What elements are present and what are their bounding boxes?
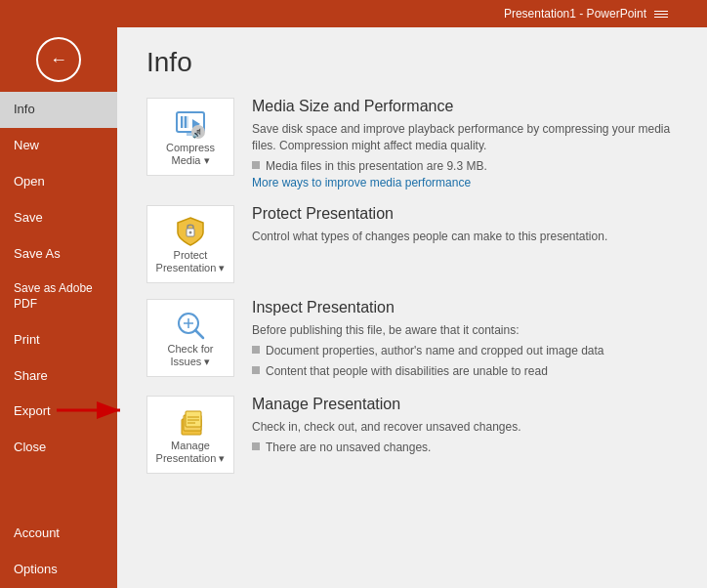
- bullet-icon: [252, 346, 260, 354]
- bullet-icon: [252, 161, 260, 169]
- compress-media-button[interactable]: 🔊 Compress Media ▾: [146, 98, 234, 176]
- inspect-detail-1: Document properties, author's name and c…: [252, 343, 678, 359]
- manage-detail-text: There are no unsaved changes.: [266, 440, 431, 456]
- check-for-issues-button[interactable]: Check for Issues ▾: [146, 299, 234, 377]
- svg-rect-5: [185, 116, 187, 128]
- check-for-issues-label: Check for Issues ▾: [153, 343, 228, 368]
- inspect-card-desc: Before publishing this file, be aware th…: [252, 322, 678, 339]
- sidebar-item-open[interactable]: Open: [0, 164, 117, 200]
- manage-card-title: Manage Presentation: [252, 396, 678, 413]
- sidebar-bottom: Account Options: [0, 516, 117, 588]
- svg-point-12: [189, 231, 192, 234]
- svg-rect-4: [181, 116, 183, 128]
- svg-text:🔊: 🔊: [192, 130, 201, 139]
- sidebar-item-options[interactable]: Options: [0, 552, 117, 588]
- back-icon: ←: [50, 50, 67, 70]
- protect-card-content: Protect Presentation Control what types …: [252, 205, 678, 245]
- inspect-detail-2: Content that people with disabilities ar…: [252, 363, 678, 380]
- sidebar-item-save-as[interactable]: Save As: [0, 236, 117, 273]
- svg-rect-19: [186, 411, 201, 427]
- inspect-card-title: Inspect Presentation: [252, 299, 678, 316]
- inspect-icon: [173, 308, 208, 343]
- media-detail-1: Media files in this presentation are 9.3…: [252, 158, 678, 175]
- protect-card: Protect Presentation ▾ Protect Presentat…: [146, 205, 678, 283]
- manage-presentation-button[interactable]: Manage Presentation ▾: [146, 396, 234, 474]
- manage-icon: [173, 404, 208, 440]
- media-card-title: Media Size and Performance: [252, 98, 678, 115]
- compress-icon: 🔊: [173, 106, 208, 142]
- protect-icon: [173, 214, 208, 249]
- sidebar-item-new[interactable]: New: [0, 128, 117, 164]
- manage-detail-1: There are no unsaved changes.: [252, 440, 678, 456]
- main-content: Info 🔊: [117, 27, 707, 588]
- main-layout: ← Info New Open Save Save As Save as Ado…: [0, 27, 707, 588]
- title-bar: Presentation1 - PowerPoint: [0, 0, 707, 27]
- bullet-icon: [252, 366, 260, 374]
- inspect-card-content: Inspect Presentation Before publishing t…: [252, 299, 678, 379]
- sidebar-item-account[interactable]: Account: [0, 516, 117, 552]
- sidebar-item-close[interactable]: Close: [0, 430, 117, 466]
- protect-card-desc: Control what types of changes people can…: [252, 229, 678, 245]
- compress-media-label: Compress Media ▾: [166, 142, 215, 167]
- protect-card-title: Protect Presentation: [252, 205, 678, 223]
- bullet-icon: [252, 442, 260, 450]
- window-grip: [654, 11, 668, 18]
- manage-presentation-label: Manage Presentation ▾: [153, 440, 228, 465]
- sidebar-item-share[interactable]: Share: [0, 358, 117, 395]
- sidebar: ← Info New Open Save Save As Save as Ado…: [0, 27, 117, 588]
- inspect-card: Check for Issues ▾ Inspect Presentation …: [146, 299, 678, 379]
- manage-card: Manage Presentation ▾ Manage Presentatio…: [146, 396, 678, 474]
- svg-line-14: [195, 330, 203, 338]
- media-card-content: Media Size and Performance Save disk spa…: [252, 98, 678, 189]
- protect-presentation-button[interactable]: Protect Presentation ▾: [146, 205, 234, 283]
- page-title: Info: [146, 47, 678, 78]
- inspect-detail-text-1: Document properties, author's name and c…: [266, 343, 604, 359]
- inspect-detail-text-2: Content that people with disabilities ar…: [266, 363, 548, 380]
- protect-presentation-label: Protect Presentation ▾: [153, 249, 228, 274]
- manage-card-desc: Check in, check out, and recover unsaved…: [252, 419, 678, 436]
- red-arrow-indicator: [57, 396, 135, 429]
- sidebar-item-info[interactable]: Info: [0, 92, 117, 128]
- back-button[interactable]: ←: [36, 37, 81, 82]
- media-detail-text: Media files in this presentation are 9.3…: [266, 158, 487, 175]
- sidebar-item-print[interactable]: Print: [0, 322, 117, 358]
- media-card-link[interactable]: More ways to improve media performance: [252, 176, 678, 189]
- sidebar-item-save-as-adobe[interactable]: Save as Adobe PDF: [0, 272, 117, 321]
- export-wrapper: Export: [0, 394, 117, 430]
- media-card-desc: Save disk space and improve playback per…: [252, 121, 678, 154]
- manage-card-content: Manage Presentation Check in, check out,…: [252, 396, 678, 456]
- window-title: Presentation1 - PowerPoint: [504, 7, 646, 21]
- sidebar-item-save[interactable]: Save: [0, 200, 117, 236]
- media-card: 🔊 Compress Media ▾ Media Size and Perfor…: [146, 98, 678, 189]
